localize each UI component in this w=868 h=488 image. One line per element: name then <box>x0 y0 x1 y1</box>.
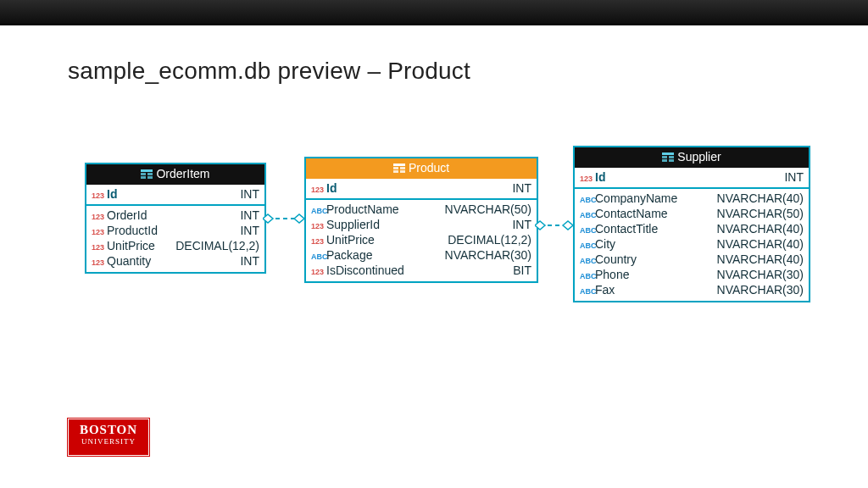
relation-line <box>535 219 573 231</box>
column-name: ContactTitle <box>595 222 658 236</box>
type-prefix-num-icon: 123 <box>92 256 107 267</box>
column-type: NVARCHAR(40) <box>710 237 804 251</box>
type-prefix-abc-icon: ABC <box>580 239 595 250</box>
type-prefix-abc-icon: ABC <box>580 224 595 235</box>
column-row: ABCContactTitleNVARCHAR(40) <box>580 221 804 236</box>
table-icon <box>141 168 153 181</box>
column-list: 123OrderIdINT123ProductIdINT123UnitPrice… <box>86 206 264 272</box>
svg-marker-17 <box>294 214 304 223</box>
column-type: NVARCHAR(30) <box>710 268 804 281</box>
type-prefix-num-icon: 123 <box>580 172 595 183</box>
type-prefix-abc-icon: ABC <box>580 193 595 204</box>
entity-supplier: Supplier123IdINTABCCompanyNameNVARCHAR(4… <box>573 146 810 302</box>
entity-name: OrderItem <box>156 167 209 180</box>
primary-key-row: 123IdINT <box>575 168 809 189</box>
svg-rect-5 <box>393 164 405 166</box>
type-prefix-num-icon: 123 <box>311 219 326 230</box>
column-type: NVARCHAR(40) <box>710 191 804 205</box>
svg-rect-11 <box>662 156 667 158</box>
svg-rect-7 <box>400 167 405 169</box>
entity-orderitem: OrderItem123IdINT123OrderIdINT123Product… <box>85 163 266 274</box>
svg-rect-12 <box>669 156 674 158</box>
column-name: Phone <box>595 268 629 281</box>
column-list: ABCProductNameNVARCHAR(50)123SupplierIdI… <box>306 200 537 281</box>
type-prefix-num-icon: 123 <box>92 210 107 221</box>
column-list: ABCCompanyNameNVARCHAR(40)ABCContactName… <box>575 189 809 301</box>
column-type: INT <box>233 224 259 237</box>
column-type: NVARCHAR(40) <box>710 252 804 266</box>
column-type: NVARCHAR(50) <box>438 202 531 216</box>
column-row: 123SupplierIdINT <box>311 217 531 232</box>
column-name: City <box>595 237 615 251</box>
svg-rect-2 <box>147 173 153 175</box>
svg-rect-8 <box>393 170 398 173</box>
type-prefix-abc-icon: ABC <box>580 208 595 219</box>
column-row: ABCCountryNVARCHAR(40) <box>580 252 804 267</box>
svg-rect-13 <box>662 159 667 162</box>
column-row: 123UnitPriceDECIMAL(12,2) <box>92 238 259 253</box>
column-row: ABCPhoneNVARCHAR(30) <box>580 267 804 282</box>
column-type: NVARCHAR(50) <box>710 207 804 220</box>
svg-marker-16 <box>263 214 273 223</box>
column-type: DECIMAL(12,2) <box>169 239 259 252</box>
column-name: CompanyName <box>595 191 677 205</box>
type-prefix-num-icon: 123 <box>92 225 107 236</box>
type-prefix-num-icon: 123 <box>311 183 326 194</box>
primary-key-row: 123IdINT <box>86 185 264 206</box>
column-name: Package <box>326 248 372 262</box>
column-row: ABCCityNVARCHAR(40) <box>580 236 804 252</box>
logo-line2: UNIVERSITY <box>69 438 148 446</box>
type-prefix-abc-icon: ABC <box>311 250 326 261</box>
column-name: Country <box>595 252 637 266</box>
svg-marker-19 <box>535 221 545 230</box>
table-icon <box>662 151 674 164</box>
svg-marker-20 <box>563 221 573 230</box>
column-name: UnitPrice <box>107 239 155 252</box>
column-type: INT <box>233 254 259 268</box>
column-type: NVARCHAR(30) <box>710 283 804 297</box>
pk-type: INT <box>233 187 259 201</box>
column-row: ABCCompanyNameNVARCHAR(40) <box>580 191 804 206</box>
svg-rect-9 <box>400 170 405 173</box>
logo-line1: BOSTON <box>69 424 148 436</box>
entity-product: Product123IdINTABCProductNameNVARCHAR(50… <box>304 157 538 283</box>
column-row: ABCProductNameNVARCHAR(50) <box>311 202 531 217</box>
entity-name: Supplier <box>677 150 721 164</box>
entity-header: Product <box>306 158 537 179</box>
type-prefix-num-icon: 123 <box>92 241 107 252</box>
pk-name: Id <box>326 181 337 195</box>
column-row: ABCFaxNVARCHAR(30) <box>580 282 804 297</box>
svg-rect-0 <box>141 169 153 172</box>
entity-header: OrderItem <box>86 164 264 185</box>
type-prefix-abc-icon: ABC <box>580 269 595 280</box>
svg-rect-3 <box>141 176 146 179</box>
column-type: INT <box>233 208 259 222</box>
pk-type: INT <box>505 181 531 195</box>
svg-rect-4 <box>147 176 153 179</box>
column-type: NVARCHAR(30) <box>438 248 531 262</box>
pk-name: Id <box>107 187 117 201</box>
column-name: OrderId <box>107 208 147 222</box>
column-name: SupplierId <box>326 218 380 231</box>
type-prefix-num-icon: 123 <box>311 235 326 246</box>
column-row: ABCPackageNVARCHAR(30) <box>311 247 531 263</box>
svg-rect-10 <box>662 152 674 155</box>
entity-header: Supplier <box>575 147 809 168</box>
column-name: ProductId <box>107 224 158 237</box>
column-name: Fax <box>595 283 615 297</box>
primary-key-row: 123IdINT <box>306 179 537 200</box>
column-row: 123UnitPriceDECIMAL(12,2) <box>311 232 531 247</box>
column-type: DECIMAL(12,2) <box>441 233 531 247</box>
column-name: UnitPrice <box>326 233 375 247</box>
type-prefix-abc-icon: ABC <box>580 254 595 265</box>
column-name: ContactName <box>595 207 668 220</box>
column-row: 123ProductIdINT <box>92 223 259 238</box>
type-prefix-num-icon: 123 <box>311 265 326 276</box>
boston-university-logo: BOSTON UNIVERSITY <box>68 419 149 456</box>
table-icon <box>393 162 405 175</box>
type-prefix-abc-icon: ABC <box>311 204 326 215</box>
column-type: NVARCHAR(40) <box>710 222 804 236</box>
column-name: IsDiscontinued <box>326 263 404 277</box>
column-row: ABCContactNameNVARCHAR(50) <box>580 206 804 221</box>
column-name: Quantity <box>107 254 151 268</box>
